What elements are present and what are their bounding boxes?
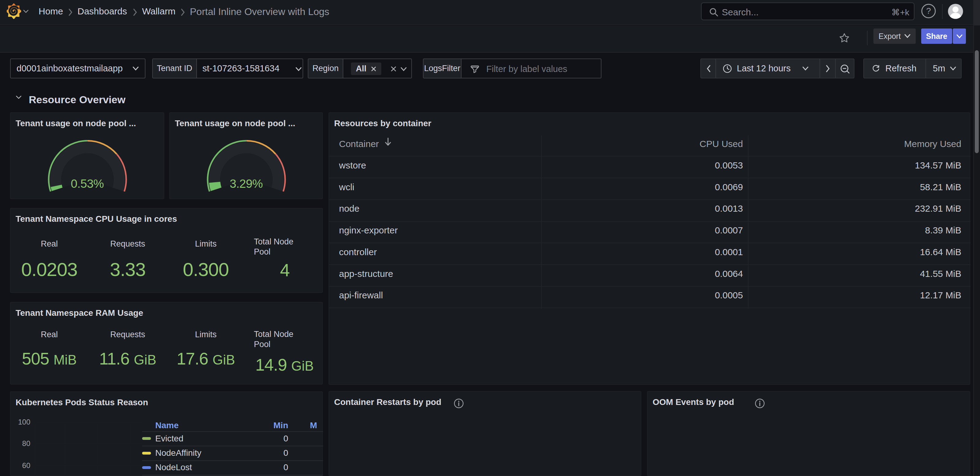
svg-text:?: ?: [926, 6, 931, 16]
svg-text:0.53%: 0.53%: [71, 177, 104, 190]
svg-text:3.29%: 3.29%: [230, 177, 263, 190]
